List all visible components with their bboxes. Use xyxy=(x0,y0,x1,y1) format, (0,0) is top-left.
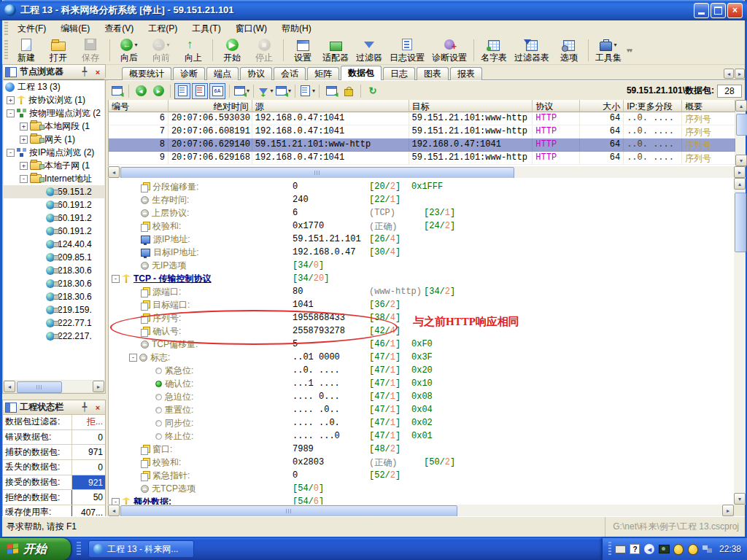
close-panel-icon[interactable]: × xyxy=(93,67,103,77)
decode-row[interactable]: -额外数据:[54/6] xyxy=(109,495,734,505)
packet-list-vscrollbar[interactable]: ▴ ▾ xyxy=(735,100,746,166)
next-packet-button[interactable]: ▸ xyxy=(150,83,166,99)
tree-item[interactable]: 124.40.4 xyxy=(4,238,104,251)
scroll-down-icon[interactable]: ▾ xyxy=(735,155,747,166)
column-header-编号[interactable]: 编号 xyxy=(109,100,169,112)
scroll-left-icon[interactable]: ◂ xyxy=(108,166,120,178)
tree-item[interactable]: +本地网段 (1 xyxy=(4,120,104,133)
expand-toggle-icon[interactable]: + xyxy=(20,122,28,131)
decode-row[interactable]: 紧急位:..0. ....[47/1]0x20 xyxy=(109,364,734,377)
taskbar-task-button[interactable]: 工程 13 - 科来网... xyxy=(88,540,194,558)
scroll-right-icon[interactable]: ▸ xyxy=(734,166,746,178)
tree-item[interactable]: 218.30.6 xyxy=(4,264,104,277)
new-document-button[interactable]: 新建 xyxy=(10,36,42,64)
goto-packet-button[interactable] xyxy=(109,83,125,99)
decode-row[interactable]: 上层协议:6(TCP)[23/1] xyxy=(109,206,734,219)
scroll-thumb[interactable] xyxy=(120,505,457,517)
project-status-title-bar[interactable]: 工程状态栏 ╇ × xyxy=(3,400,105,415)
collapse-toggle-icon[interactable]: - xyxy=(112,275,120,283)
log-settings-button[interactable]: 日志设置 xyxy=(386,36,428,64)
tab-诊断[interactable]: 诊断 xyxy=(173,67,205,80)
decode-row[interactable]: 同步位:.... ..0.[47/1]0x02 xyxy=(109,416,734,429)
decode-row[interactable]: 目标端口:1041[36/2] xyxy=(109,298,734,311)
scroll-down-icon[interactable]: ▾ xyxy=(734,493,746,505)
expand-toggle-icon[interactable]: - xyxy=(20,175,28,183)
menu-item-3[interactable]: 查看(V) xyxy=(97,21,141,36)
dropdown-arrow-icon[interactable]: ▾ xyxy=(247,88,249,94)
expand-toggle-icon[interactable]: + xyxy=(20,136,28,144)
tab-报表[interactable]: 报表 xyxy=(450,67,482,80)
menu-item-4[interactable]: 工程(P) xyxy=(141,21,185,36)
lock-button[interactable] xyxy=(341,83,357,99)
column-header-协议[interactable]: 协议 xyxy=(533,100,580,112)
open-folder-button[interactable]: 打开 xyxy=(42,36,74,64)
decode-row[interactable]: 紧急指针:0[52/2] xyxy=(109,469,734,482)
tab-协议[interactable]: 协议 xyxy=(240,67,272,80)
pin-icon[interactable]: ╇ xyxy=(80,402,90,413)
filter-funnel-button[interactable]: 过滤器 xyxy=(352,36,386,64)
menu-item-2[interactable]: 编辑(E) xyxy=(53,21,97,36)
tree-item[interactable]: +网关 (1) xyxy=(4,133,104,146)
decode-row[interactable]: 分段偏移量:0[20/2]0x1FFF xyxy=(109,180,734,193)
tab-图表[interactable]: 图表 xyxy=(417,67,449,80)
qq-icon-2[interactable] xyxy=(688,544,699,555)
taskbar-clock[interactable]: 22:38 xyxy=(719,544,741,554)
ime-help-icon[interactable]: ? xyxy=(630,544,640,555)
scroll-thumb[interactable] xyxy=(735,192,746,252)
refresh-button[interactable]: ↻ xyxy=(365,83,381,99)
expand-toggle-icon[interactable]: + xyxy=(20,162,28,170)
column-header-目标[interactable]: 目标 xyxy=(409,100,533,112)
make-filter-button[interactable] xyxy=(323,83,339,99)
decode-vscrollbar[interactable]: ▴ ▾ xyxy=(734,178,746,505)
scroll-left-icon[interactable]: ◂ xyxy=(108,505,120,516)
decode-row[interactable]: 确认位:...1 ....[47/1]0x10 xyxy=(109,377,734,390)
scroll-up-icon[interactable]: ▴ xyxy=(734,178,746,190)
dropdown-arrow-icon[interactable]: ▾ xyxy=(288,88,291,94)
decode-row[interactable]: 无TCP选项[54/0] xyxy=(109,482,734,495)
dropdown-arrow-icon[interactable]: ▾ xyxy=(614,42,616,48)
decode-row[interactable]: 生存时间:240[22/1] xyxy=(109,193,734,206)
decode-row[interactable]: 窗口:7989[48/2] xyxy=(109,443,734,456)
close-panel-icon[interactable]: × xyxy=(93,402,103,413)
node-tree-hscrollbar[interactable]: ◂ ▸ xyxy=(4,381,104,392)
node-browser-title-bar[interactable]: 节点浏览器 ╇ × xyxy=(3,65,105,79)
tree-item[interactable]: +本地子网 (1 xyxy=(4,159,104,172)
tree-item[interactable]: 222.217. xyxy=(4,330,104,343)
tree-item[interactable]: 219.159. xyxy=(4,303,104,316)
up-arrow-button[interactable]: ↑向上 xyxy=(177,36,209,64)
decode-row[interactable]: 无IP选项[34/0] xyxy=(109,259,734,272)
tab-概要统计[interactable]: 概要统计 xyxy=(122,67,171,80)
packet-list-header[interactable]: 编号绝对时间源目标协议大小IP:更多分段概要 xyxy=(109,100,735,112)
decode-row[interactable]: 校验和:0x2803(正确)[50/2] xyxy=(109,456,734,469)
dropdown-arrow-icon[interactable]: ▾ xyxy=(166,42,169,48)
menu-item-6[interactable]: 窗口(W) xyxy=(228,21,274,36)
table-row[interactable]: 620:07:06.593030192.168.0.47:104159.151.… xyxy=(109,112,735,125)
start-play-button[interactable]: ▶开始 xyxy=(216,36,248,64)
decode-row[interactable]: 急迫位:.... 0...[47/1]0x08 xyxy=(109,390,734,403)
scroll-up-icon[interactable]: ▴ xyxy=(735,100,747,112)
column-header-源[interactable]: 源 xyxy=(252,100,409,112)
packet-list-hscrollbar[interactable]: ◂ ▸ xyxy=(108,166,746,178)
decode-row[interactable]: 源IP地址:59.151.21.101[26/4] xyxy=(109,233,734,246)
tree-item[interactable]: 60.191.2 xyxy=(4,198,104,211)
tab-日志[interactable]: 日志 xyxy=(383,67,415,80)
prev-packet-button[interactable]: ◂ xyxy=(133,83,149,99)
keyboard-icon[interactable] xyxy=(615,544,626,555)
tab-数据包[interactable]: 数据包 xyxy=(341,66,382,80)
table-row[interactable]: 720:07:06.608191192.168.0.47:104159.151.… xyxy=(109,125,735,139)
tray-expand-icon[interactable]: ◂ xyxy=(644,544,655,555)
column-options-button[interactable]: ▾ xyxy=(299,83,315,99)
filter-table-button[interactable]: 过滤器表 xyxy=(511,36,553,64)
scroll-left-icon[interactable]: ◂ xyxy=(4,381,15,392)
close-button[interactable]: × xyxy=(727,3,743,18)
menu-item-1[interactable]: 文件(F) xyxy=(10,21,53,36)
table-row[interactable]: 920:07:06.629168192.168.0.47:104159.151.… xyxy=(109,152,735,165)
column-header-大小[interactable]: 大小 xyxy=(580,100,624,112)
start-button[interactable]: 开始 xyxy=(0,538,71,560)
decode-hscrollbar[interactable]: ◂ ▸ xyxy=(108,505,734,516)
view-summary-toggle-button[interactable] xyxy=(174,83,190,99)
restore-button[interactable] xyxy=(711,3,726,18)
options-button[interactable]: 选项 xyxy=(553,36,585,64)
scroll-right-icon[interactable]: ▸ xyxy=(722,505,734,516)
scroll-thumb[interactable] xyxy=(17,381,62,393)
